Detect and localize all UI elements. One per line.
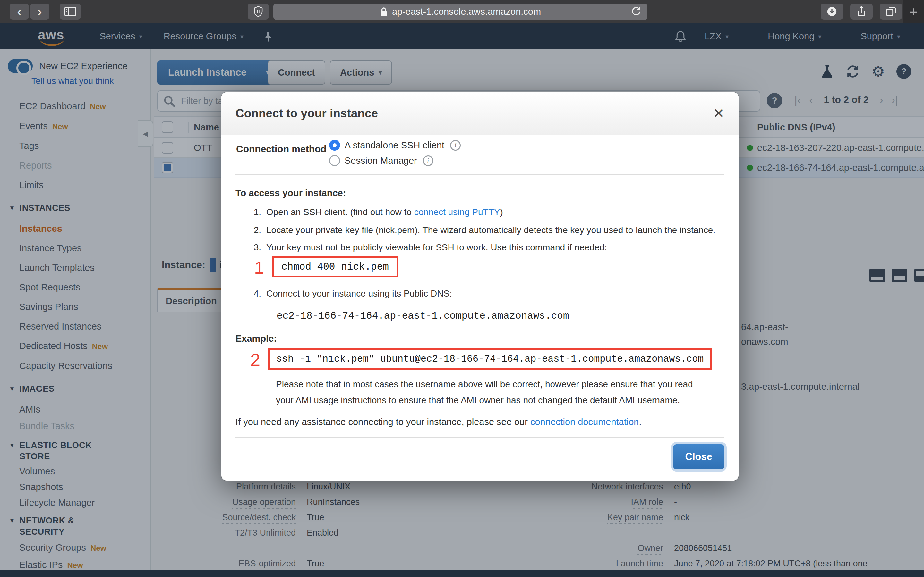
new-tab-button[interactable]: +: [903, 0, 924, 23]
plus-icon: +: [909, 4, 918, 20]
browser-back-button[interactable]: ‹: [10, 3, 29, 19]
browser-chrome: ‹ › ap-east-1.console.aws.amazon.com +: [0, 0, 924, 23]
browser-sidebar-button[interactable]: [60, 3, 81, 19]
browser-share-button[interactable]: [850, 3, 873, 19]
step4-text: Connect to your instance using its Publi…: [266, 288, 452, 299]
close-icon[interactable]: ✕: [713, 107, 724, 120]
info-icon[interactable]: i: [450, 140, 461, 151]
connect-modal: Connect to your instance ✕ Connection me…: [221, 92, 738, 480]
username-note: Please note that in most cases the usern…: [276, 376, 712, 408]
share-icon: [857, 6, 866, 17]
browser-downloads-button[interactable]: [821, 3, 843, 19]
modal-title: Connect to your instance: [236, 107, 378, 120]
download-icon: [827, 6, 837, 17]
url-text: ap-east-1.console.aws.amazon.com: [392, 6, 541, 17]
radio-standalone-ssh-row[interactable]: A standalone SSH client i: [329, 140, 461, 151]
divider: [236, 437, 724, 438]
step-3: 3. Your key must not be publicly viewabl…: [245, 242, 607, 253]
access-heading: To access your instance:: [236, 188, 346, 198]
step-4: 4. Connect to your instance using its Pu…: [245, 288, 452, 299]
annotation-1: 1: [254, 257, 264, 278]
browser-forward-button[interactable]: ›: [30, 3, 49, 19]
info-icon[interactable]: i: [423, 155, 433, 166]
back-icon: ‹: [17, 5, 21, 19]
putty-link[interactable]: connect using PuTTY: [414, 207, 500, 217]
forward-icon: ›: [37, 5, 42, 19]
browser-tabs-button[interactable]: [880, 3, 902, 19]
example-label: Example:: [236, 334, 277, 344]
shield-icon: [254, 6, 263, 17]
sidebar-panel-icon: [65, 7, 76, 16]
connection-method-label: Connection method: [236, 143, 326, 155]
radio-standalone-ssh-label: A standalone SSH client: [344, 140, 444, 151]
ssh-command: ssh -i "nick.pem" ubuntu@ec2-18-166-74-1…: [276, 354, 704, 364]
annotation-2: 2: [250, 350, 260, 370]
close-button[interactable]: Close: [673, 444, 724, 469]
radio-unselected-icon[interactable]: [329, 155, 340, 166]
public-dns-value: ec2-18-166-74-164.ap-east-1.compute.amaz…: [276, 310, 569, 322]
tabs-icon: [885, 6, 897, 17]
url-bar[interactable]: ap-east-1.console.aws.amazon.com: [273, 3, 648, 20]
chmod-command-box: chmod 400 nick.pem: [272, 256, 398, 277]
step-2: 2. Locate your private key file (nick.pe…: [245, 225, 716, 235]
assist-line: If you need any assistance connecting to…: [236, 417, 642, 427]
chmod-command: chmod 400 nick.pem: [281, 261, 389, 272]
radio-session-manager-label: Session Manager: [344, 155, 417, 166]
divider: [236, 174, 724, 175]
connection-documentation-link[interactable]: connection documentation: [530, 417, 639, 427]
step2-text: Locate your private key file (nick.pem).…: [266, 225, 716, 235]
ssh-command-box: ssh -i "nick.pem" ubuntu@ec2-18-166-74-1…: [268, 348, 712, 370]
screen: ‹ › ap-east-1.console.aws.amazon.com + a…: [0, 0, 924, 577]
step-1: 1. Open an SSH client. (find out how to …: [245, 207, 503, 218]
step3-text: Your key must not be publicly viewable f…: [266, 242, 607, 253]
browser-privacy-shield-button[interactable]: [248, 3, 269, 19]
modal-header: Connect to your instance ✕: [221, 92, 738, 135]
reload-icon[interactable]: [631, 6, 642, 17]
radio-selected-icon[interactable]: [329, 140, 340, 151]
lock-icon: [380, 7, 388, 17]
step1-text: Open an SSH client. (find out how to: [266, 207, 414, 217]
radio-session-manager-row[interactable]: Session Manager i: [329, 155, 433, 166]
